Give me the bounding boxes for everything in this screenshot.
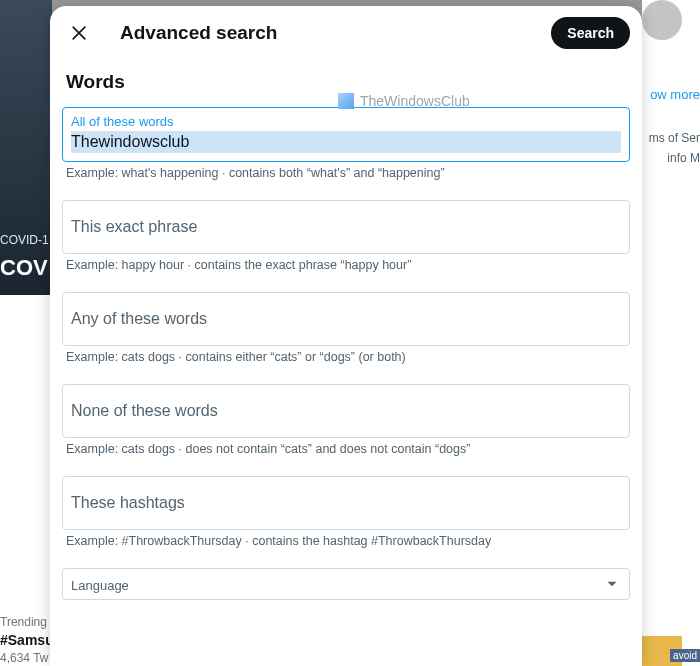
background-left-column: COVID-1 COV Trending #Samsu 4,634 Tw Foo… — [0, 0, 52, 666]
field-all-words[interactable]: All of these words — [62, 107, 630, 162]
all-words-input[interactable] — [71, 131, 621, 153]
help-text: Example: what's happening · contains bot… — [62, 162, 630, 196]
field-hashtags[interactable]: These hashtags — [62, 476, 630, 530]
modal-title: Advanced search — [120, 22, 551, 44]
field-label: Any of these words — [71, 309, 621, 329]
field-none-words[interactable]: None of these words — [62, 384, 630, 438]
close-icon — [69, 23, 89, 43]
advanced-search-modal: Advanced search Search Words All of thes… — [50, 6, 642, 666]
field-language[interactable]: Language — [62, 568, 630, 600]
bg-covid-tag: COVID-1 — [0, 233, 49, 247]
field-exact-phrase[interactable]: This exact phrase — [62, 200, 630, 254]
field-label: These hashtags — [71, 493, 621, 513]
field-label: This exact phrase — [71, 217, 621, 237]
help-text: Example: #ThrowbackThursday · contains t… — [62, 530, 630, 564]
modal-header: Advanced search Search — [50, 6, 642, 59]
bg-covid-head: COV — [0, 255, 48, 281]
section-heading-words: Words — [62, 59, 630, 103]
bg-terms: ms of Ser — [649, 131, 700, 145]
field-label: None of these words — [71, 401, 621, 421]
field-any-words[interactable]: Any of these words — [62, 292, 630, 346]
field-label: Language — [71, 578, 129, 594]
bg-showmore: ow more — [650, 87, 700, 102]
help-text: Example: cats dogs · does not contain “c… — [62, 438, 630, 472]
background-right-column: ow more ms of Ser info M avoid — [642, 0, 700, 666]
field-label: All of these words — [71, 114, 621, 130]
close-button[interactable] — [62, 16, 96, 50]
bg-trending: Trending — [0, 615, 47, 629]
bg-samsung-count: 4,634 Tw — [0, 651, 48, 665]
search-button[interactable]: Search — [551, 17, 630, 49]
avatar — [642, 0, 682, 40]
help-text: Example: happy hour · contains the exact… — [62, 254, 630, 288]
help-text: Example: cats dogs · contains either “ca… — [62, 346, 630, 380]
bg-ads: info M — [667, 151, 700, 165]
chevron-down-icon — [603, 575, 621, 597]
modal-body[interactable]: Words All of these words Example: what's… — [50, 59, 642, 666]
bg-avoid: avoid — [670, 649, 700, 662]
bg-samsung-hashtag: #Samsu — [0, 632, 54, 648]
